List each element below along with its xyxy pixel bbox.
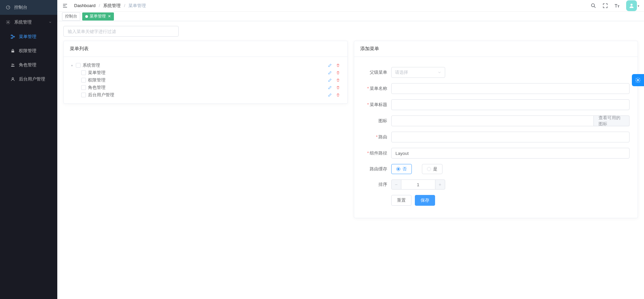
sidebar-label: 系统管理 xyxy=(14,19,32,25)
delete-icon[interactable] xyxy=(336,93,340,97)
tab-label: 控制台 xyxy=(65,13,77,19)
breadcrumb-sep: / xyxy=(99,3,100,8)
svg-point-8 xyxy=(12,77,14,79)
form-label: 父级菜单 xyxy=(362,69,391,75)
delete-icon[interactable] xyxy=(336,78,340,82)
edit-icon[interactable] xyxy=(328,71,332,75)
radio-circle xyxy=(427,167,431,171)
tree-node[interactable]: 权限管理 xyxy=(75,76,341,84)
collapse-menu-icon[interactable] xyxy=(62,3,68,9)
form-label: *菜单标题 xyxy=(362,102,391,108)
svg-rect-5 xyxy=(11,51,14,52)
gear-icon xyxy=(5,20,11,25)
breadcrumb-item[interactable]: Dashboard xyxy=(74,3,96,8)
breadcrumb-item: 菜单管理 xyxy=(128,3,146,8)
radio-circle xyxy=(396,167,400,171)
tree-label: 权限管理 xyxy=(88,77,328,83)
font-size-icon[interactable] xyxy=(614,3,620,9)
sidebar-item-menu-mgmt[interactable]: 菜单管理 xyxy=(0,30,57,44)
tree-caret-icon[interactable]: ▾ xyxy=(70,64,74,67)
tree-label: 后台用户管理 xyxy=(88,92,328,98)
cache-radio-no[interactable]: 否 xyxy=(391,164,412,174)
tree-label: 角色管理 xyxy=(88,85,328,91)
icon-input[interactable] xyxy=(391,115,594,126)
delete-icon[interactable] xyxy=(336,86,340,90)
tree-node[interactable]: ▾ 系统管理 xyxy=(70,62,341,69)
sidebar-item-admin-user[interactable]: 后台用户管理 xyxy=(0,72,57,86)
edit-icon[interactable] xyxy=(328,86,332,90)
component-input[interactable] xyxy=(391,148,630,159)
user-icon xyxy=(10,77,16,81)
form-label: *路由 xyxy=(362,134,391,140)
tree-label: 菜单管理 xyxy=(88,70,328,76)
menu-list-card: 菜单列表 ▾ 系统管理 xyxy=(63,41,348,104)
svg-point-7 xyxy=(13,64,14,65)
svg-rect-4 xyxy=(13,36,15,37)
view-icons-button[interactable]: 查看可用的图标 xyxy=(594,115,630,126)
tab-label: 菜单管理 xyxy=(90,13,106,19)
search-icon[interactable] xyxy=(590,3,596,9)
sort-number-input: − 1 + xyxy=(391,179,445,190)
breadcrumb: Dashboard / 系统管理 / 菜单管理 xyxy=(74,3,590,9)
sidebar-label: 权限管理 xyxy=(19,48,36,54)
edit-icon[interactable] xyxy=(328,78,332,82)
caret-down-icon: ▾ xyxy=(638,4,639,8)
settings-float-button[interactable] xyxy=(632,74,644,86)
edit-icon[interactable] xyxy=(328,93,332,97)
delete-icon[interactable] xyxy=(336,71,340,75)
tree-checkbox[interactable] xyxy=(76,63,81,68)
save-button[interactable]: 保存 xyxy=(415,195,435,206)
tab-menu-mgmt[interactable]: 菜单管理 ✕ xyxy=(82,12,114,21)
svg-point-1 xyxy=(7,22,9,23)
cache-radio-yes[interactable]: 是 xyxy=(422,164,442,174)
select-placeholder: 请选择 xyxy=(395,69,408,75)
close-icon[interactable]: ✕ xyxy=(108,14,111,19)
card-title: 添加菜单 xyxy=(354,41,638,57)
svg-point-9 xyxy=(591,4,594,7)
header: Dashboard / 系统管理 / 菜单管理 xyxy=(57,0,644,12)
tree-node[interactable]: 后台用户管理 xyxy=(75,91,341,99)
chevron-down-icon xyxy=(437,70,441,74)
menu-name-input[interactable] xyxy=(391,83,630,94)
sort-value[interactable]: 1 xyxy=(401,179,435,190)
svg-rect-3 xyxy=(11,38,12,38)
fullscreen-icon[interactable] xyxy=(603,3,608,8)
tabs-bar: 控制台 菜单管理 ✕ xyxy=(57,12,644,21)
sidebar: 控制台 系统管理 菜单管理 权限管理 角色 xyxy=(0,0,57,299)
decrease-button[interactable]: − xyxy=(391,179,401,190)
svg-rect-2 xyxy=(11,35,12,36)
sidebar-item-role[interactable]: 角色管理 xyxy=(0,58,57,72)
lock-icon xyxy=(10,48,16,53)
sidebar-label: 菜单管理 xyxy=(19,34,36,40)
breadcrumb-item[interactable]: 系统管理 xyxy=(103,3,121,8)
avatar xyxy=(626,0,637,11)
sidebar-item-system[interactable]: 系统管理 xyxy=(0,15,57,30)
tree-label: 系统管理 xyxy=(83,62,328,68)
tree-checkbox[interactable] xyxy=(81,78,86,82)
filter-input[interactable] xyxy=(63,26,179,37)
sidebar-label: 角色管理 xyxy=(19,62,36,68)
tree-checkbox[interactable] xyxy=(81,70,86,75)
route-input[interactable] xyxy=(391,132,630,142)
increase-button[interactable]: + xyxy=(435,179,445,190)
edit-icon[interactable] xyxy=(328,63,332,67)
menu-title-input[interactable] xyxy=(391,99,630,110)
tree-checkbox[interactable] xyxy=(81,85,86,90)
tree-node[interactable]: 菜单管理 xyxy=(75,69,341,76)
form-label: 排序 xyxy=(362,181,391,188)
form-label: 路由缓存 xyxy=(362,166,391,172)
reset-button[interactable]: 重置 xyxy=(391,195,411,206)
chevron-down-icon xyxy=(49,21,52,24)
user-menu[interactable]: ▾ xyxy=(626,0,639,11)
delete-icon[interactable] xyxy=(336,63,340,67)
tree-node[interactable]: 角色管理 xyxy=(75,84,341,91)
tab-active-dot xyxy=(85,15,88,18)
breadcrumb-sep: / xyxy=(124,3,125,8)
sidebar-item-dashboard[interactable]: 控制台 xyxy=(0,0,57,15)
parent-select[interactable]: 请选择 xyxy=(391,67,445,78)
sidebar-item-permission[interactable]: 权限管理 xyxy=(0,44,57,58)
tree-checkbox[interactable] xyxy=(81,93,86,97)
sidebar-label: 后台用户管理 xyxy=(19,76,45,82)
dashboard-icon xyxy=(5,5,11,10)
tab-dashboard[interactable]: 控制台 xyxy=(62,12,80,21)
